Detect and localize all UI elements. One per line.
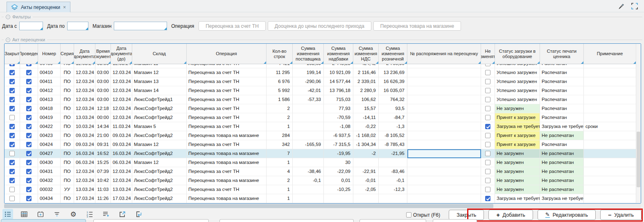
no-change-cell[interactable] xyxy=(481,68,495,77)
closed-checkbox[interactable] xyxy=(9,151,15,156)
checkbox-box[interactable] xyxy=(406,212,411,218)
add-button[interactable]: + Добавить xyxy=(488,210,533,220)
col-header-doc-time[interactable]: Время документа xyxy=(95,44,111,64)
closed-cell[interactable] xyxy=(5,140,20,149)
closed-cell[interactable] xyxy=(5,158,20,167)
closed-checkbox[interactable] xyxy=(9,64,15,66)
no-change-cell[interactable] xyxy=(481,131,495,140)
delete-button[interactable]: − Удалить xyxy=(600,210,642,220)
closed-cell[interactable] xyxy=(5,113,20,122)
col-header-closed[interactable]: Закрыт xyxy=(5,44,20,64)
col-header-sum-vat[interactable]: Сумма изменения НДС xyxy=(353,44,379,64)
table-row[interactable]: 00432ПО12.03.2410:4212.03.24ЛюксСофтТрей… xyxy=(5,176,636,185)
collapse-icon[interactable]: − xyxy=(6,38,10,42)
no-change-checkbox[interactable] xyxy=(485,97,490,102)
no-change-cell[interactable] xyxy=(481,194,495,203)
closed-checkbox[interactable] xyxy=(9,160,15,165)
table-row[interactable]: 00032УУ13.03.2411:0313.03.24ЛюксСофтТрей… xyxy=(5,185,636,194)
store-input[interactable] xyxy=(114,22,167,30)
posted-checkbox[interactable] xyxy=(26,160,32,165)
col-header-warehouse[interactable]: Склад xyxy=(132,44,187,64)
col-header-number[interactable]: Номер xyxy=(38,44,61,64)
no-change-checkbox[interactable] xyxy=(485,142,490,147)
col-header-order-no[interactable]: № распоряжения на переоценку xyxy=(407,44,481,64)
col-header-status-print[interactable]: Статус печати ценника xyxy=(540,44,584,64)
closed-cell[interactable] xyxy=(5,131,20,140)
col-header-series[interactable]: Серия xyxy=(61,44,74,64)
closed-cell[interactable] xyxy=(5,86,20,95)
tab-close-icon[interactable]: × xyxy=(63,4,66,10)
no-change-checkbox[interactable] xyxy=(485,64,490,66)
posted-checkbox[interactable] xyxy=(26,79,32,84)
closed-checkbox[interactable] xyxy=(9,97,15,102)
close-button[interactable]: Закрыть xyxy=(449,210,484,220)
posted-checkbox[interactable] xyxy=(26,133,32,138)
collapse-icon[interactable]: − xyxy=(6,15,10,19)
posted-checkbox[interactable] xyxy=(26,178,32,183)
col-header-row-count[interactable]: Кол-во строк xyxy=(267,44,293,64)
vertical-scrollbar-thumb[interactable] xyxy=(637,132,640,188)
table-row[interactable]: 00418ПО12.03.2412:1812.03.24ЛюксСофтТрей… xyxy=(5,104,636,113)
closed-checkbox[interactable] xyxy=(9,196,15,201)
closed-checkbox[interactable] xyxy=(9,106,15,111)
open-f6-checkbox[interactable]: Открыт (F6) xyxy=(406,212,440,218)
closed-checkbox[interactable] xyxy=(9,178,15,183)
posted-cell[interactable] xyxy=(20,95,38,104)
posted-checkbox[interactable] xyxy=(26,124,32,129)
col-header-posted[interactable]: Проведен xyxy=(20,44,38,64)
filter-icon[interactable] xyxy=(52,209,62,220)
closed-cell[interactable] xyxy=(5,104,20,113)
no-change-cell[interactable] xyxy=(481,86,495,95)
no-change-cell[interactable] xyxy=(481,113,495,122)
no-change-cell[interactable] xyxy=(481,158,495,167)
refresh-icon[interactable] xyxy=(133,209,144,220)
numbered-list-icon[interactable]: 1 2 3 xyxy=(84,209,95,220)
table-row[interactable]: 00411ПО12.03.2403:0012.03.24Магазин 13Пе… xyxy=(5,77,636,86)
horizontal-scrollbar[interactable] xyxy=(4,204,641,208)
no-change-cell[interactable] xyxy=(481,64,495,68)
closed-checkbox[interactable] xyxy=(9,115,15,120)
closed-cell[interactable] xyxy=(5,64,20,68)
posted-cell[interactable] xyxy=(20,122,38,131)
posted-checkbox[interactable] xyxy=(26,70,32,75)
list-view-icon[interactable] xyxy=(2,209,13,220)
closed-checkbox[interactable] xyxy=(9,133,15,138)
closed-cell[interactable] xyxy=(5,149,20,158)
edit-button[interactable]: ✎ Редактировать xyxy=(538,210,596,220)
col-header-status-load[interactable]: Статус загрузки в оборудование xyxy=(495,44,540,64)
tab-acts[interactable]: Акты переоценки × xyxy=(7,2,70,12)
operation-option-last-price-button[interactable]: Дооценка до цены последнего прихода xyxy=(268,21,371,31)
operation-option-tn-button[interactable]: Переоценка за счет ТН xyxy=(199,21,266,31)
posted-checkbox[interactable] xyxy=(26,64,32,66)
no-change-cell[interactable] xyxy=(481,95,495,104)
no-change-checkbox[interactable] xyxy=(485,124,490,129)
no-change-checkbox[interactable] xyxy=(485,133,490,138)
col-header-no-change[interactable]: Не изменять xyxy=(481,44,495,64)
col-header-sum-supplier[interactable]: Сумма изменения поставщика xyxy=(293,44,324,64)
no-change-checkbox[interactable] xyxy=(485,160,490,165)
posted-checkbox[interactable] xyxy=(26,196,32,201)
posted-checkbox[interactable] xyxy=(26,187,32,192)
posted-cell[interactable] xyxy=(20,140,38,149)
posted-checkbox[interactable] xyxy=(26,97,32,102)
posted-checkbox[interactable] xyxy=(26,151,32,156)
col-header-note[interactable]: Примечание xyxy=(584,44,636,64)
posted-cell[interactable] xyxy=(20,86,38,95)
closed-checkbox[interactable] xyxy=(9,70,15,75)
posted-checkbox[interactable] xyxy=(26,115,32,120)
table-row[interactable]: 00431ПО12.03.2407:3912.03.24ЛюксСофтТрей… xyxy=(5,167,636,176)
closed-cell[interactable] xyxy=(5,68,20,77)
posted-cell[interactable] xyxy=(20,176,38,185)
pencil-icon[interactable] xyxy=(618,2,625,10)
no-change-checkbox[interactable] xyxy=(485,187,490,192)
posted-cell[interactable] xyxy=(20,64,38,68)
closed-checkbox[interactable] xyxy=(9,187,15,192)
no-change-cell[interactable] xyxy=(481,176,495,185)
posted-cell[interactable] xyxy=(20,194,38,203)
posted-cell[interactable] xyxy=(20,104,38,113)
no-change-checkbox[interactable] xyxy=(485,70,490,75)
table-row[interactable]: 00422ПО10.03.2414:3411.03.24Магазин 5Пер… xyxy=(5,122,636,131)
closed-cell[interactable] xyxy=(5,167,20,176)
posted-cell[interactable] xyxy=(20,131,38,140)
no-change-cell[interactable] xyxy=(481,149,495,158)
